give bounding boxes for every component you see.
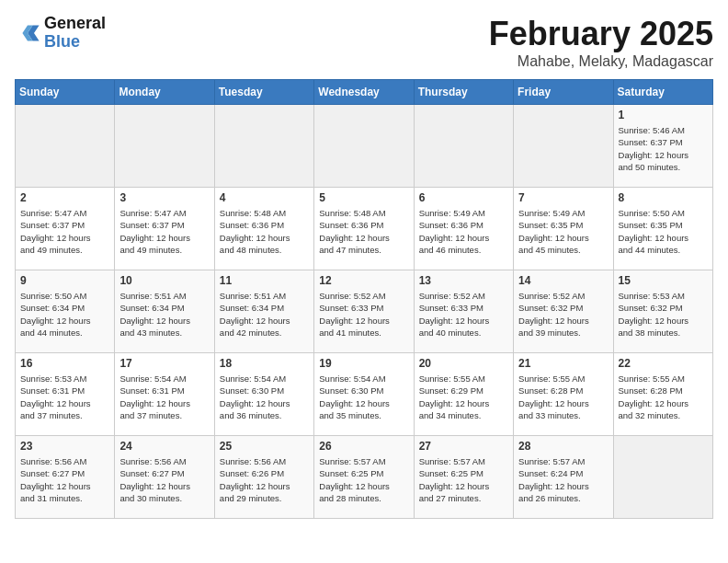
calendar-cell: 8Sunrise: 5:50 AM Sunset: 6:35 PM Daylig… [613, 188, 712, 270]
day-info: Sunrise: 5:53 AM Sunset: 6:31 PM Dayligh… [20, 373, 109, 421]
day-info: Sunrise: 5:47 AM Sunset: 6:37 PM Dayligh… [20, 207, 109, 256]
day-number: 27 [419, 440, 508, 453]
calendar-cell: 24Sunrise: 5:56 AM Sunset: 6:27 PM Dayli… [115, 436, 214, 519]
calendar-cell: 17Sunrise: 5:54 AM Sunset: 6:31 PM Dayli… [115, 353, 214, 436]
day-header-tuesday: Tuesday [214, 80, 313, 105]
week-row-3: 9Sunrise: 5:50 AM Sunset: 6:34 PM Daylig… [16, 270, 713, 353]
day-number: 24 [119, 440, 209, 453]
day-info: Sunrise: 5:56 AM Sunset: 6:27 PM Dayligh… [20, 455, 109, 504]
day-info: Sunrise: 5:51 AM Sunset: 6:34 PM Dayligh… [220, 290, 309, 339]
day-number: 28 [518, 440, 608, 453]
day-info: Sunrise: 5:57 AM Sunset: 6:25 PM Dayligh… [419, 455, 508, 504]
day-header-sunday: Sunday [16, 80, 115, 105]
day-header-monday: Monday [115, 80, 214, 105]
day-number: 16 [20, 357, 109, 370]
day-info: Sunrise: 5:49 AM Sunset: 6:35 PM Dayligh… [518, 207, 608, 256]
day-number: 5 [319, 191, 408, 204]
calendar-cell: 26Sunrise: 5:57 AM Sunset: 6:25 PM Dayli… [314, 436, 414, 519]
day-info: Sunrise: 5:55 AM Sunset: 6:29 PM Dayligh… [419, 373, 508, 421]
calendar-cell: 5Sunrise: 5:48 AM Sunset: 6:36 PM Daylig… [314, 188, 414, 270]
day-number: 4 [220, 191, 309, 204]
day-number: 25 [220, 440, 309, 453]
day-header-friday: Friday [514, 80, 613, 105]
week-row-2: 2Sunrise: 5:47 AM Sunset: 6:37 PM Daylig… [16, 188, 713, 270]
calendar-cell: 3Sunrise: 5:47 AM Sunset: 6:37 PM Daylig… [115, 188, 214, 270]
week-row-5: 23Sunrise: 5:56 AM Sunset: 6:27 PM Dayli… [16, 436, 713, 519]
calendar-cell: 13Sunrise: 5:52 AM Sunset: 6:33 PM Dayli… [414, 270, 513, 353]
calendar-cell: 27Sunrise: 5:57 AM Sunset: 6:25 PM Dayli… [414, 436, 513, 519]
day-info: Sunrise: 5:57 AM Sunset: 6:25 PM Dayligh… [319, 455, 408, 504]
calendar-cell: 1Sunrise: 5:46 AM Sunset: 6:37 PM Daylig… [613, 105, 712, 188]
day-info: Sunrise: 5:55 AM Sunset: 6:28 PM Dayligh… [619, 373, 708, 421]
day-info: Sunrise: 5:53 AM Sunset: 6:32 PM Dayligh… [619, 290, 708, 339]
calendar-cell: 20Sunrise: 5:55 AM Sunset: 6:29 PM Dayli… [414, 353, 513, 436]
calendar-cell: 4Sunrise: 5:48 AM Sunset: 6:36 PM Daylig… [214, 188, 313, 270]
page-header: General Blue February 2025 Mahabe, Melak… [15, 15, 713, 70]
month-title: February 2025 [489, 15, 713, 53]
calendar-cell: 2Sunrise: 5:47 AM Sunset: 6:37 PM Daylig… [16, 188, 115, 270]
day-number: 23 [20, 440, 109, 453]
calendar-cell [613, 436, 712, 519]
day-number: 9 [20, 274, 109, 287]
calendar-cell [115, 105, 214, 188]
day-info: Sunrise: 5:48 AM Sunset: 6:36 PM Dayligh… [220, 207, 309, 256]
calendar-cell [314, 105, 414, 188]
calendar-cell: 11Sunrise: 5:51 AM Sunset: 6:34 PM Dayli… [214, 270, 313, 353]
day-header-saturday: Saturday [613, 80, 712, 105]
logo-text: General Blue [44, 15, 106, 52]
day-number: 11 [220, 274, 309, 287]
day-number: 21 [518, 357, 608, 370]
week-row-4: 16Sunrise: 5:53 AM Sunset: 6:31 PM Dayli… [16, 353, 713, 436]
calendar-cell [16, 105, 115, 188]
day-number: 2 [20, 191, 109, 204]
day-info: Sunrise: 5:56 AM Sunset: 6:26 PM Dayligh… [220, 455, 309, 504]
calendar-cell: 12Sunrise: 5:52 AM Sunset: 6:33 PM Dayli… [314, 270, 414, 353]
calendar-cell: 28Sunrise: 5:57 AM Sunset: 6:24 PM Dayli… [514, 436, 613, 519]
day-info: Sunrise: 5:52 AM Sunset: 6:33 PM Dayligh… [419, 290, 508, 339]
logo: General Blue [15, 15, 106, 52]
calendar-cell: 19Sunrise: 5:54 AM Sunset: 6:30 PM Dayli… [314, 353, 414, 436]
calendar-cell: 18Sunrise: 5:54 AM Sunset: 6:30 PM Dayli… [214, 353, 313, 436]
location-title: Mahabe, Melaky, Madagascar [489, 53, 713, 70]
calendar-cell [214, 105, 313, 188]
calendar-cell: 14Sunrise: 5:52 AM Sunset: 6:32 PM Dayli… [514, 270, 613, 353]
calendar-cell: 7Sunrise: 5:49 AM Sunset: 6:35 PM Daylig… [514, 188, 613, 270]
calendar-cell: 21Sunrise: 5:55 AM Sunset: 6:28 PM Dayli… [514, 353, 613, 436]
calendar-cell [514, 105, 613, 188]
day-number: 17 [119, 357, 209, 370]
day-info: Sunrise: 5:47 AM Sunset: 6:37 PM Dayligh… [119, 207, 209, 256]
calendar-cell: 10Sunrise: 5:51 AM Sunset: 6:34 PM Dayli… [115, 270, 214, 353]
day-number: 7 [518, 191, 608, 204]
calendar-table: SundayMondayTuesdayWednesdayThursdayFrid… [15, 79, 713, 519]
day-number: 15 [619, 274, 708, 287]
calendar-cell: 6Sunrise: 5:49 AM Sunset: 6:36 PM Daylig… [414, 188, 513, 270]
day-info: Sunrise: 5:48 AM Sunset: 6:36 PM Dayligh… [319, 207, 408, 256]
day-number: 26 [319, 440, 408, 453]
calendar-cell: 16Sunrise: 5:53 AM Sunset: 6:31 PM Dayli… [16, 353, 115, 436]
day-info: Sunrise: 5:50 AM Sunset: 6:35 PM Dayligh… [619, 207, 708, 256]
week-row-1: 1Sunrise: 5:46 AM Sunset: 6:37 PM Daylig… [16, 105, 713, 188]
calendar-cell: 15Sunrise: 5:53 AM Sunset: 6:32 PM Dayli… [613, 270, 712, 353]
calendar-cell: 23Sunrise: 5:56 AM Sunset: 6:27 PM Dayli… [16, 436, 115, 519]
day-number: 22 [619, 357, 708, 370]
day-number: 20 [419, 357, 508, 370]
day-number: 6 [419, 191, 508, 204]
day-info: Sunrise: 5:57 AM Sunset: 6:24 PM Dayligh… [518, 455, 608, 504]
day-info: Sunrise: 5:49 AM Sunset: 6:36 PM Dayligh… [419, 207, 508, 256]
day-info: Sunrise: 5:52 AM Sunset: 6:32 PM Dayligh… [518, 290, 608, 339]
calendar-cell: 9Sunrise: 5:50 AM Sunset: 6:34 PM Daylig… [16, 270, 115, 353]
day-info: Sunrise: 5:54 AM Sunset: 6:31 PM Dayligh… [119, 373, 209, 421]
calendar-cell: 25Sunrise: 5:56 AM Sunset: 6:26 PM Dayli… [214, 436, 313, 519]
logo-icon [15, 20, 40, 46]
day-number: 13 [419, 274, 508, 287]
day-number: 14 [518, 274, 608, 287]
calendar-header-row: SundayMondayTuesdayWednesdayThursdayFrid… [16, 80, 713, 105]
day-info: Sunrise: 5:51 AM Sunset: 6:34 PM Dayligh… [119, 290, 209, 339]
day-number: 3 [119, 191, 209, 204]
day-info: Sunrise: 5:46 AM Sunset: 6:37 PM Dayligh… [619, 124, 708, 173]
day-info: Sunrise: 5:52 AM Sunset: 6:33 PM Dayligh… [319, 290, 408, 339]
day-number: 18 [220, 357, 309, 370]
day-number: 10 [119, 274, 209, 287]
day-info: Sunrise: 5:54 AM Sunset: 6:30 PM Dayligh… [319, 373, 408, 421]
day-number: 8 [619, 191, 708, 204]
